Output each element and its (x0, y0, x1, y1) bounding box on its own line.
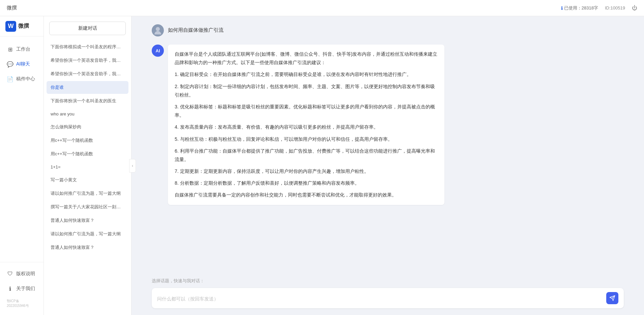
ai-message-content: 自媒体平台是个人或团队通过互联网平台(如博客、微博、微信公众号、抖音、快手等)发… (168, 45, 444, 205)
quick-topics-label: 选择话题，快速与我对话： (152, 278, 204, 283)
logo-area: W 微撰 (0, 16, 43, 36)
new-conversation-button[interactable]: 新建对话 (49, 22, 126, 35)
conversation-item[interactable]: 普通人如何快速致富？ (47, 241, 128, 254)
grid-icon: ⊞ (7, 46, 13, 53)
sidebar-item-label: 工作台 (16, 46, 30, 52)
ai-para-5: 5. 与粉丝互动：积极与粉丝互动，回复评论和私信，可以增加用户对你的认可和信任，… (175, 135, 438, 143)
ai-para-2: 2. 制定内容计划：制定一份详细的内容计划，包括发布时间、频率、主题、文案、图片… (175, 82, 438, 99)
topbar-right: ℹ 已使用：28318字 ID:100519 ⏻ (561, 5, 637, 11)
conversation-item[interactable]: 用c++写一个随机函数 (47, 148, 128, 160)
sidebar-item-drafts[interactable]: 📄 稿件中心 (0, 72, 43, 86)
sidebar-item-label: AI聊天 (16, 61, 30, 67)
conversation-item[interactable]: who are you (47, 108, 128, 120)
input-box-wrapper (152, 288, 624, 308)
file-icon: 📄 (7, 76, 13, 82)
ai-para-8: 8. 分析数据：定期分析数据，了解用户反馈和喜好，以便调整推广策略和内容发布频率… (175, 179, 438, 187)
sidebar-item-copyright[interactable]: 🛡 版权说明 (0, 266, 43, 281)
logo-w-icon: W (5, 21, 16, 32)
user-id: ID:100519 (605, 5, 625, 10)
conversation-item[interactable]: 普通人如何快速致富？ (47, 214, 128, 227)
conv-list: 下面你将模拟成一个叫圣友的程序员，我说...希望你扮演一个英语发音助手，我提供给… (44, 41, 131, 315)
ai-avatar: AI (152, 45, 164, 57)
chat-input[interactable] (157, 296, 603, 304)
info-circle-icon: ℹ (7, 285, 13, 292)
collapse-panel-button[interactable]: ‹ (129, 159, 136, 173)
sidebar-item-workbench[interactable]: ⊞ 工作台 (0, 42, 43, 57)
send-button[interactable] (606, 292, 618, 304)
sidebar-item-about[interactable]: ℹ 关于我们 (0, 281, 43, 296)
app-title: 微撰 (7, 5, 17, 11)
usage-text: 已使用：28318字 (564, 5, 598, 11)
ai-para-1: 1. 确定目标受众：在开始自媒体推广引流之前，需要明确目标受众是谁，以便在发布内… (175, 70, 438, 79)
chevron-left-icon: ‹ (132, 163, 133, 168)
ai-para-7: 7. 定期更新：定期更新内容，保持活跃度，可以让用户对你的内容产生兴趣，增加用户… (175, 167, 438, 176)
conversation-item[interactable]: 撰写一篇关于八大家花园社区一刻钟便民生... (47, 201, 128, 213)
user-avatar (152, 24, 164, 36)
main-layout: W 微撰 ⊞ 工作台 💬 AI聊天 📄 稿件中心 🛡 版权说明 ℹ (0, 16, 644, 315)
sidebar-item-label: 关于我们 (16, 286, 35, 292)
conv-panel: 新建对话 下面你将模拟成一个叫圣友的程序员，我说...希望你扮演一个英语发音助手… (44, 16, 131, 315)
quick-topics: 选择话题，快速与我对话： (131, 275, 644, 284)
user-message-block: 如何用自媒体做推广引流 (152, 24, 624, 36)
sidebar-item-ai-chat[interactable]: 💬 AI聊天 (0, 57, 43, 72)
input-area (131, 284, 644, 315)
conversation-item[interactable]: 下面你将扮演一个名叫圣友的医生 (47, 95, 128, 107)
shield-icon: 🛡 (7, 270, 13, 277)
sidebar-item-label: 版权说明 (16, 271, 35, 277)
nav-bottom: 🛡 版权说明 ℹ 关于我们 鄂ICP备2022015946号 (0, 262, 43, 315)
logo-text: 微撰 (18, 23, 29, 30)
left-nav: W 微撰 ⊞ 工作台 💬 AI聊天 📄 稿件中心 🛡 版权说明 ℹ (0, 16, 44, 315)
info-icon: ℹ (561, 5, 563, 11)
power-icon[interactable]: ⏻ (632, 5, 637, 11)
usage-info: ℹ 已使用：28318字 (561, 5, 598, 11)
topbar: 微撰 ℹ 已使用：28318字 ID:100519 ⏻ (0, 0, 644, 16)
ai-para-0: 自媒体平台是个人或团队通过互联网平台(如博客、微博、微信公众号、抖音、快手等)发… (175, 50, 438, 67)
conversation-item[interactable]: 下面你将模拟成一个叫圣友的程序员，我说... (47, 41, 128, 53)
ai-para-3: 3. 优化标题和标签：标题和标签是吸引粉丝的重要因素。优化标题和标签可以让更多的… (175, 103, 438, 120)
conversation-item[interactable]: 你是谁 (47, 81, 128, 94)
ai-para-9: 自媒体推广引流需要具备一定的内容创作和社交能力，同时也需要不断尝试和优化，才能取… (175, 191, 438, 199)
conversation-item[interactable]: 写一篇小黄文 (47, 174, 128, 186)
conversation-item[interactable]: 希望你扮演一个英语发音助手，我提供给你... (47, 68, 128, 80)
chat-icon: 💬 (7, 61, 13, 68)
conversation-item[interactable]: 怎么做狗屎炒肉 (47, 121, 128, 133)
sidebar-item-label: 稿件中心 (16, 76, 35, 82)
conversation-item[interactable]: 请以如何推广引流为题，写一篇大纲 (47, 228, 128, 240)
ai-message-block: AI 自媒体平台是个人或团队通过互联网平台(如博客、微博、微信公众号、抖音、快手… (152, 45, 624, 205)
icp-footer: 鄂ICP备2022015946号 (0, 296, 43, 311)
chat-area: 如何用自媒体做推广引流 AI 自媒体平台是个人或团队通过互联网平台(如博客、微博… (131, 16, 644, 315)
conversation-item[interactable]: 请以如何推广引流为题，写一篇大纲 (47, 187, 128, 200)
user-message-text: 如何用自媒体做推广引流 (168, 24, 224, 33)
conversation-item[interactable]: 希望你扮演一个英语发音助手，我提供给你... (47, 54, 128, 67)
conversation-item[interactable]: 用c++写一个随机函数 (47, 134, 128, 147)
send-icon (609, 295, 615, 301)
chat-messages: 如何用自媒体做推广引流 AI 自媒体平台是个人或团队通过互联网平台(如博客、微博… (131, 16, 644, 275)
ai-para-6: 6. 利用平台推广功能：自媒体平台都提供了推广功能，如广告投放、付费推广等，可以… (175, 147, 438, 164)
conversation-item[interactable]: 1+1= (47, 161, 128, 173)
svg-point-0 (156, 27, 160, 31)
ai-para-4: 4. 发布高质量内容：发布高质量、有价值、有趣的内容可以吸引更多的粉丝，并提高用… (175, 123, 438, 131)
nav-items: ⊞ 工作台 💬 AI聊天 📄 稿件中心 (0, 36, 43, 262)
